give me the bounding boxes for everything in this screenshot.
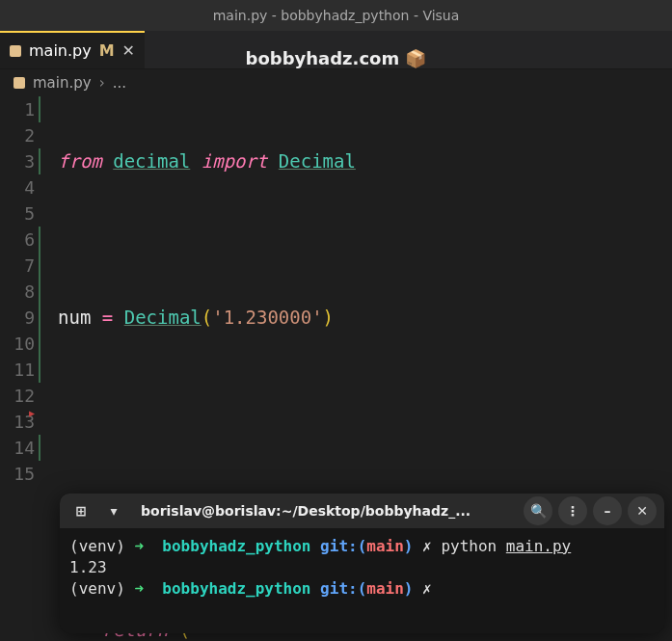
line-number-gutter: 123 456 789 101112 131415 <box>0 96 39 641</box>
breadcrumb[interactable]: main.py › ... <box>0 69 672 96</box>
window-title-bar: main.py - bobbyhadz_python - Visua <box>0 0 672 31</box>
tab-filename: main.py <box>29 41 92 60</box>
terminal-title: borislav@borislav:~/Desktop/bobbyhadz_..… <box>133 503 518 519</box>
window-title: main.py - bobbyhadz_python - Visua <box>213 8 460 23</box>
python-file-icon <box>13 77 25 89</box>
python-file-icon <box>10 45 21 57</box>
minimize-icon[interactable]: – <box>593 496 622 525</box>
terminal-panel: ⊞ ▾ borislav@borislav:~/Desktop/bobbyhad… <box>60 494 664 633</box>
tab-modified-indicator: M <box>99 41 115 60</box>
fold-marker-icon[interactable]: ▶ <box>29 408 35 418</box>
breadcrumb-rest: ... <box>113 74 126 92</box>
close-icon[interactable]: ✕ <box>628 496 657 525</box>
terminal-new-tab-icon[interactable]: ⊞ <box>67 498 94 523</box>
tab-close-icon[interactable]: ✕ <box>122 41 135 60</box>
terminal-dropdown-icon[interactable]: ▾ <box>100 498 127 523</box>
chevron-right-icon: › <box>99 74 105 92</box>
search-icon[interactable]: 🔍 <box>524 496 552 525</box>
breadcrumb-file: main.py <box>33 74 92 92</box>
terminal-output[interactable]: (venv) ➜ bobbyhadz_python git:(main) ✗ p… <box>60 528 664 607</box>
menu-icon[interactable]: ⋮ <box>558 496 587 525</box>
editor-tabs: main.py M ✕ <box>0 31 672 69</box>
terminal-header: ⊞ ▾ borislav@borislav:~/Desktop/bobbyhad… <box>60 494 664 528</box>
tab-main-py[interactable]: main.py M ✕ <box>0 31 145 68</box>
